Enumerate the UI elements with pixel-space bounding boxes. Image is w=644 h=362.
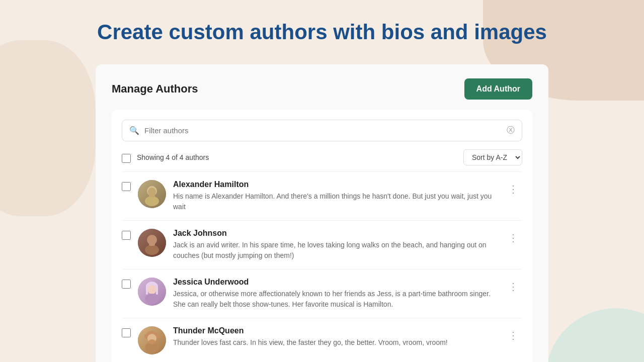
author-name-johnson: Jack Johnson: [173, 229, 497, 238]
author-actions-hamilton[interactable]: ⋮: [504, 181, 522, 197]
avatar-johnson: [138, 229, 166, 257]
avatar-underwood: [138, 278, 166, 306]
author-name-underwood: Jessica Underwood: [173, 278, 497, 287]
select-all-checkbox[interactable]: [122, 154, 131, 163]
manage-authors-card: Manage Authors Add Author 🔍 ⓧ Showing 4 …: [96, 64, 548, 362]
search-bar: 🔍 ⓧ: [122, 120, 522, 141]
author-bio-hamilton: His name is Alexander Hamilton. And ther…: [173, 191, 497, 212]
author-checkbox-underwood[interactable]: [122, 280, 131, 289]
author-bio-johnson: Jack is an avid writer. In his spare tim…: [173, 240, 497, 261]
page-title: Create custom authors with bios and imag…: [30, 20, 614, 44]
avatar-mcqueen: [138, 326, 166, 354]
sort-select[interactable]: Sort by A-Z Sort by Z-A: [463, 149, 522, 165]
card-header: Manage Authors Add Author: [112, 78, 532, 100]
add-author-button[interactable]: Add Author: [464, 78, 532, 100]
author-bio-underwood: Jessica, or otherwise more affectionatel…: [173, 289, 497, 310]
author-info-hamilton: Alexander Hamilton His name is Alexander…: [173, 180, 497, 212]
author-info-johnson: Jack Johnson Jack is an avid writer. In …: [173, 229, 497, 261]
table-row: Jack Johnson Jack is an avid writer. In …: [122, 220, 522, 269]
svg-point-2: [145, 196, 159, 206]
search-icon: 🔍: [129, 126, 139, 135]
svg-point-7: [145, 245, 159, 255]
toolbar-left: Showing 4 of 4 authors: [122, 152, 209, 163]
author-bio-mcqueen: Thunder loves fast cars. In his view, th…: [173, 337, 497, 348]
svg-point-14: [147, 285, 156, 294]
list-toolbar: Showing 4 of 4 authors Sort by A-Z Sort …: [122, 149, 522, 165]
table-row: Jessica Underwood Jessica, or otherwise …: [122, 269, 522, 318]
author-info-mcqueen: Thunder McQueen Thunder loves fast cars.…: [173, 326, 497, 348]
clear-search-icon[interactable]: ⓧ: [507, 125, 515, 136]
author-actions-mcqueen[interactable]: ⋮: [504, 327, 522, 343]
svg-point-15: [145, 294, 159, 304]
table-row: Alexander Hamilton His name is Alexander…: [122, 171, 522, 220]
avatar-hamilton: [138, 180, 166, 208]
svg-rect-4: [149, 194, 155, 197]
author-actions-underwood[interactable]: ⋮: [504, 279, 522, 295]
showing-count: Showing 4 of 4 authors: [137, 153, 209, 161]
author-checkbox-hamilton[interactable]: [122, 182, 131, 191]
author-checkbox-mcqueen[interactable]: [122, 328, 131, 337]
authors-panel: 🔍 ⓧ Showing 4 of 4 authors Sort by A-Z S…: [112, 110, 532, 362]
svg-point-22: [148, 339, 155, 344]
svg-rect-9: [149, 243, 155, 246]
search-input[interactable]: [144, 126, 502, 135]
author-name-hamilton: Alexander Hamilton: [173, 180, 497, 189]
author-name-mcqueen: Thunder McQueen: [173, 326, 497, 335]
card-title: Manage Authors: [112, 82, 198, 96]
authors-list: Alexander Hamilton His name is Alexander…: [122, 171, 522, 362]
table-row: Thunder McQueen Thunder loves fast cars.…: [122, 318, 522, 362]
author-actions-johnson[interactable]: ⋮: [504, 230, 522, 246]
author-checkbox-johnson[interactable]: [122, 231, 131, 240]
author-info-underwood: Jessica Underwood Jessica, or otherwise …: [173, 278, 497, 310]
